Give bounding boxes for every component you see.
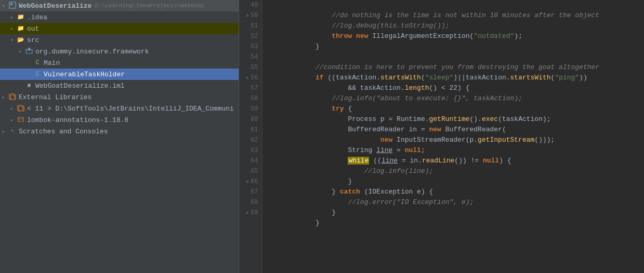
ln-50: 50 — [251, 10, 258, 21]
svg-rect-7 — [18, 117, 23, 121]
ln-57: 57 — [251, 83, 258, 93]
arrow-scratches: ▸ — [2, 129, 8, 134]
arrow-idea: ▸ — [10, 15, 17, 20]
code-text-67: //log.error("IO Exception", e); — [299, 198, 474, 206]
line-numbers: 49 ◇50 51 52 53 54 55 ◇56 57 58 59 60 61… — [239, 0, 262, 273]
highlight-while: while — [348, 157, 369, 165]
tree-label-extlibs: External Libraries — [19, 93, 91, 101]
project-tree: ▾ WebGoatDeserialize D:\Learning\IdeaPro… — [0, 0, 239, 273]
arrow-lombok: ▸ — [10, 117, 17, 123]
tree-path-root: D:\Learning\IdeaProjects\WebGoat — [95, 3, 204, 9]
code-text-57: //log.info("about to execute: {}", taskA… — [299, 94, 522, 102]
arrow-root: ▾ — [2, 3, 8, 9]
tree-item-main[interactable]: C Main — [0, 57, 239, 69]
package-icon — [25, 47, 33, 56]
code-editor: 49 ◇50 51 52 53 54 55 ◇56 57 58 59 60 61… — [239, 0, 644, 273]
tree-item-root[interactable]: ▾ WebGoatDeserialize D:\Learning\IdeaPro… — [0, 0, 239, 11]
lombok-icon — [17, 116, 25, 124]
tree-label-src: src — [27, 36, 39, 44]
code-area: 49 ◇50 51 52 53 54 55 ◇56 57 58 59 60 61… — [239, 0, 644, 273]
ln-51: 51 — [251, 21, 258, 31]
ln-69: 69 — [251, 208, 258, 218]
gutter-69: ◇ — [243, 208, 248, 218]
code-text-64: //log.info(line); — [299, 167, 433, 175]
arrow-jdk: ▸ — [10, 106, 17, 112]
folder-icon-src: 📂 — [17, 36, 25, 44]
tree-item-jdk[interactable]: ▸ < 11 > D:\SoftTools\JetBrains\IntelliJ… — [0, 103, 239, 114]
tree-label-main: Main — [44, 59, 60, 67]
ln-56: 56 — [251, 73, 258, 83]
gutter-66: ◇ — [243, 176, 248, 187]
scratches-icon: ✎ — [8, 127, 17, 135]
tree-label-idea: .idea — [27, 13, 47, 21]
folder-icon-idea: 📁 — [17, 13, 25, 21]
tree-item-lombok[interactable]: ▸ lombok-annotations-1.18.8 — [0, 114, 239, 126]
tree-label-root: WebGoatDeserialize — [19, 2, 91, 10]
tree-label-out: out — [27, 25, 39, 33]
svg-rect-1 — [10, 3, 12, 5]
arrow-out: ▸ — [10, 26, 17, 32]
ln-60: 60 — [251, 114, 258, 125]
ln-62: 62 — [251, 135, 258, 145]
ln-55: 55 — [251, 62, 258, 73]
ln-64: 64 — [251, 156, 258, 166]
ln-49: 49 — [251, 0, 258, 10]
tree-label-vulnerable: VulnerableTaskHolder — [44, 71, 125, 78]
code-content[interactable]: //do nothing is the time is not within 1… — [262, 0, 644, 273]
ln-61: 61 — [251, 125, 258, 135]
tree-label-lombok: lombok-annotations-1.18.8 — [27, 116, 128, 124]
jdk-icon — [17, 104, 25, 113]
ln-65: 65 — [251, 166, 258, 176]
project-icon — [8, 2, 17, 10]
code-text-50: //log.debug(this.toString()); — [299, 22, 450, 30]
ln-53: 53 — [251, 42, 258, 52]
code-line-54: //condition is here to prevent you from … — [267, 52, 640, 62]
arrow-pkg: ▾ — [19, 49, 25, 54]
java-class-icon: C — [33, 70, 42, 78]
gutter-56: ◇ — [243, 73, 248, 83]
code-text-49: //do nothing is the time is not within 1… — [299, 11, 599, 19]
ln-67: 67 — [251, 187, 258, 197]
tree-item-vulnerable[interactable]: C VulnerableTaskHolder — [0, 69, 239, 80]
ln-68: 68 — [251, 197, 258, 208]
tree-item-pkg[interactable]: ▾ org.dummy.insecure.framework — [0, 46, 239, 57]
tree-label-scratches: Scratches and Consoles — [19, 128, 108, 135]
tree-label-pkg: org.dummy.insecure.framework — [35, 48, 149, 56]
code-line-53 — [267, 42, 640, 52]
tree-item-iml[interactable]: ▣ WebGoatDeserialize.iml — [0, 80, 239, 91]
tree-item-extlibs[interactable]: ▸ External Libraries — [0, 91, 239, 103]
tree-label-jdk: < 11 > D:\SoftTools\JetBrains\IntelliJ_I… — [27, 105, 234, 113]
extlibs-icon — [8, 93, 17, 101]
java-green-icon: C — [33, 59, 42, 67]
tree-item-out[interactable]: ▸ 📁 out — [0, 23, 239, 34]
tree-item-idea[interactable]: ▸ 📁 .idea — [0, 11, 239, 23]
arrow-src: ▾ — [10, 37, 17, 43]
ln-59: 59 — [251, 104, 258, 114]
ln-58: 58 — [251, 93, 258, 104]
ln-54: 54 — [251, 52, 258, 62]
ln-52: 52 — [251, 31, 258, 42]
gutter-50: ◇ — [243, 10, 248, 21]
tree-label-iml: WebGoatDeserialize.iml — [35, 82, 125, 90]
ln-63: 63 — [251, 145, 258, 156]
tree-item-scratches[interactable]: ▸ ✎ Scratches and Consoles — [0, 126, 239, 137]
arrow-extlibs: ▸ — [2, 94, 8, 100]
tree-item-src[interactable]: ▾ 📂 src — [0, 34, 239, 46]
folder-icon-out: 📁 — [17, 24, 25, 33]
code-line-49: //do nothing is the time is not within 1… — [267, 0, 640, 10]
code-text-54: //condition is here to prevent you from … — [299, 63, 599, 71]
iml-icon: ▣ — [25, 81, 33, 90]
ln-66: 66 — [251, 176, 258, 187]
